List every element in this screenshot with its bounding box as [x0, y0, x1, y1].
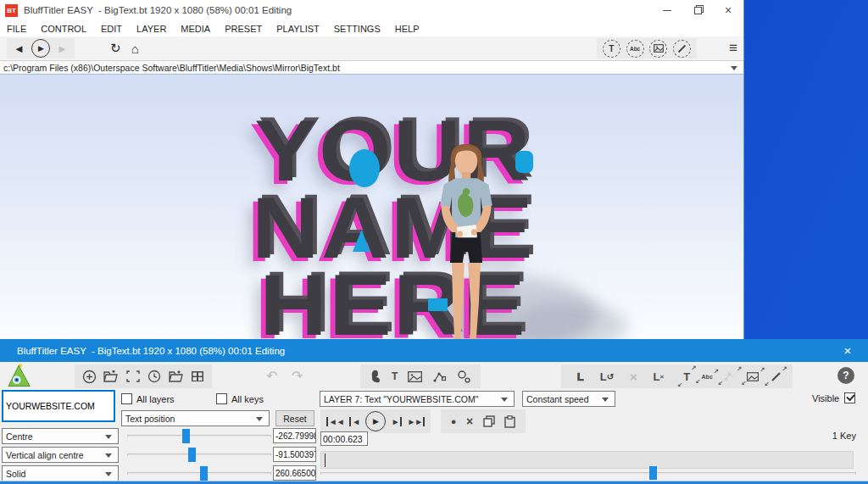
hamburger-menu-button[interactable]: ≡ — [722, 38, 744, 58]
property-selector-dropdown[interactable]: Text position — [121, 410, 270, 426]
import-media-button[interactable] — [169, 370, 184, 383]
address-bar[interactable]: c:\Program Files (x86)\Outerspace Softwa… — [0, 60, 743, 75]
add-paragraph-layer-button[interactable]: Abc — [626, 40, 644, 58]
stretch-picture-button[interactable] — [747, 372, 759, 381]
stretch-model-button[interactable] — [724, 371, 736, 381]
visible-label: Visible — [812, 393, 839, 403]
layer-selector-dropdown[interactable]: LAYER 7: Text "YOURWEBSITE.COM" — [320, 391, 515, 407]
all-keys-checkbox[interactable] — [216, 393, 227, 404]
delete-layer-button[interactable]: L× — [654, 370, 665, 383]
close-button[interactable]: × — [713, 0, 743, 20]
panel-close-button[interactable]: × — [834, 339, 861, 362]
panel-play-button[interactable]: ▶ — [365, 411, 386, 431]
minimize-button[interactable] — [652, 0, 682, 20]
menu-control[interactable]: CONTROL — [41, 24, 86, 34]
help-button[interactable]: ? — [837, 367, 854, 384]
add-text-layer-button[interactable]: T — [603, 40, 620, 58]
z-position-value[interactable]: 260.665009 — [273, 465, 316, 481]
file-tools-group — [75, 364, 212, 388]
add-picture-layer-button[interactable] — [649, 40, 667, 58]
menu-media[interactable]: MEDIA — [181, 24, 210, 34]
collide-layers-button[interactable]: × — [630, 370, 637, 384]
time-slider[interactable] — [320, 472, 856, 475]
main-window: BT BluffTitler EASY - BigText.bt 1920 x … — [0, 0, 744, 340]
show-duration-button[interactable] — [147, 370, 161, 383]
y-position-slider[interactable] — [127, 453, 271, 456]
menu-preset[interactable]: PRESET — [225, 24, 262, 34]
all-layers-checkbox[interactable] — [121, 393, 132, 404]
menu-bar: FILE CONTROL EDIT LAYER MEDIA PRESET PLA… — [0, 20, 743, 36]
speed-selector-dropdown[interactable]: Constant speed — [522, 391, 615, 407]
paste-key-button[interactable] — [504, 415, 515, 428]
menu-playlist[interactable]: PLAYLIST — [276, 24, 320, 34]
open-show-button[interactable] — [103, 370, 119, 383]
reload-group: ↻ ⌂ — [100, 38, 149, 58]
particle-layer-button[interactable] — [457, 370, 470, 383]
picture-icon — [654, 44, 664, 53]
play-icon: ▶ — [373, 417, 379, 426]
active-layer-button[interactable]: L — [577, 370, 584, 383]
layer-glyph: L — [600, 370, 607, 383]
minimize-icon — [663, 10, 671, 11]
go-to-end-button[interactable]: ►► — [407, 417, 425, 426]
text-layer-button[interactable]: T — [392, 370, 398, 382]
key-count-label: 1 Key — [832, 431, 856, 441]
nav-group: ◄ ▶ ► — [7, 38, 75, 58]
undo-button[interactable]: ↶ — [266, 368, 277, 384]
stretch-text-button[interactable]: T — [683, 370, 690, 383]
z-position-slider[interactable] — [127, 472, 271, 475]
h-align-dropdown[interactable]: Centre — [2, 428, 119, 444]
refresh-button[interactable]: ↻ — [110, 41, 121, 56]
previous-key-button[interactable]: ◄ — [349, 417, 359, 426]
play-button[interactable]: ▶ — [31, 39, 50, 58]
layer-add-group: T — [360, 364, 481, 388]
back-button[interactable]: ◄ — [14, 42, 25, 55]
resize-show-button[interactable] — [126, 370, 140, 382]
attach-layer-button[interactable]: L↺ — [600, 370, 614, 383]
z-position-slider-thumb[interactable] — [200, 466, 208, 481]
delete-key-button[interactable]: × — [466, 414, 473, 428]
picture-layer-button[interactable] — [408, 371, 422, 382]
layer-text-input[interactable] — [2, 390, 115, 422]
pen-icon — [677, 44, 687, 53]
menu-settings[interactable]: SETTINGS — [334, 24, 381, 34]
chevron-down-icon[interactable] — [731, 66, 737, 70]
x-position-slider[interactable] — [127, 435, 271, 437]
text-layer-icon: T — [609, 44, 614, 53]
stretch-sketch-button[interactable] — [771, 371, 782, 382]
timeline-strip[interactable] — [320, 451, 854, 469]
menu-help[interactable]: HELP — [395, 24, 420, 34]
panel-body: ↶ ↷ T L L↺ × L× T Abc — [0, 362, 868, 481]
time-slider-thumb[interactable] — [649, 466, 657, 480]
menu-edit[interactable]: EDIT — [101, 24, 122, 34]
menu-layer[interactable]: LAYER — [136, 24, 166, 34]
y-position-value[interactable]: -91.500397 — [273, 447, 316, 462]
reset-button[interactable]: Reset — [275, 410, 314, 426]
copy-key-button[interactable] — [483, 415, 495, 427]
main-window-title: BluffTitler EASY - BigText.bt 1920 x 108… — [24, 5, 292, 15]
export-video-button[interactable] — [191, 370, 204, 382]
record-key-button[interactable]: ● — [451, 416, 457, 426]
next-key-button[interactable]: ► — [392, 417, 402, 426]
go-to-start-button[interactable]: ◄◄ — [326, 417, 344, 426]
restore-button[interactable] — [682, 0, 713, 20]
style-dropdown[interactable]: Solid — [2, 465, 119, 481]
menu-file[interactable]: FILE — [7, 24, 26, 34]
render-preview[interactable]: YOUR NAME HERE — [0, 75, 743, 339]
new-show-button[interactable] — [82, 370, 97, 384]
quick-add-group: T Abc — [597, 38, 697, 58]
add-sketch-layer-button[interactable] — [673, 40, 691, 58]
forward-button[interactable]: ► — [57, 42, 68, 55]
y-position-slider-thumb[interactable] — [188, 448, 196, 462]
model-layer-button[interactable] — [432, 370, 447, 383]
cyan-counter-r — [515, 151, 533, 173]
redo-button[interactable]: ↷ — [292, 368, 303, 384]
x-position-value[interactable]: -262.79998 — [273, 428, 316, 443]
camera-layer-button[interactable] — [370, 370, 381, 383]
x-position-slider-thumb[interactable] — [182, 429, 190, 443]
v-align-dropdown[interactable]: Vertical align centre — [2, 447, 119, 463]
home-button[interactable]: ⌂ — [131, 42, 139, 56]
stretch-abc-button[interactable]: Abc — [702, 374, 713, 380]
visible-checkbox[interactable] — [844, 392, 855, 403]
time-field[interactable]: 00:00.623 — [320, 431, 368, 446]
